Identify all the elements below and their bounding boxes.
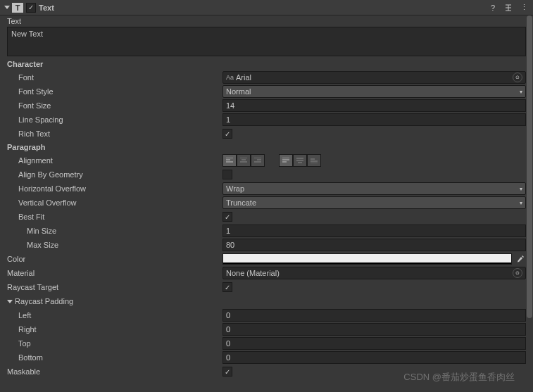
preset-icon[interactable]: [503, 3, 513, 13]
fontstyle-label: Font Style: [7, 87, 222, 96]
fontsize-field[interactable]: [222, 99, 526, 112]
paragraph-heading: Paragraph: [7, 141, 526, 153]
watermark: CSDN @番茄炒蛋鱼香肉丝: [403, 371, 515, 384]
alignment-label: Alignment: [7, 156, 222, 165]
padding-right-label: Right: [7, 325, 222, 334]
richtext-checkbox[interactable]: [222, 129, 232, 139]
color-field[interactable]: [222, 253, 512, 265]
maskable-checkbox[interactable]: [222, 367, 232, 377]
raycast-padding-foldout[interactable]: Raycast Padding: [7, 294, 526, 308]
align-middle-button[interactable]: [293, 154, 307, 167]
raycast-label: Raycast Target: [7, 283, 222, 291]
padding-left-field[interactable]: [222, 309, 526, 322]
component-enabled-checkbox[interactable]: [26, 3, 36, 13]
padding-bottom-field[interactable]: [222, 351, 526, 364]
align-left-button[interactable]: [222, 154, 237, 167]
padding-top-field[interactable]: [222, 337, 526, 350]
text-component-icon: T: [12, 3, 23, 13]
bestfit-label: Best Fit: [7, 213, 222, 221]
align-center-button[interactable]: [237, 154, 251, 167]
aligngeom-checkbox[interactable]: [222, 170, 232, 179]
padding-left-label: Left: [7, 311, 222, 320]
inspector-body: Text New Text Character Font AaArial⊙ Fo…: [0, 15, 533, 379]
eyedropper-icon[interactable]: [515, 253, 526, 265]
font-field[interactable]: AaArial⊙: [222, 71, 526, 84]
padding-top-label: Top: [7, 339, 222, 348]
hoverflow-dropdown[interactable]: Wrap▾: [222, 182, 526, 195]
richtext-label: Rich Text: [7, 129, 222, 138]
minsize-field[interactable]: [222, 225, 526, 237]
maxsize-field[interactable]: [222, 239, 526, 251]
raycast-padding-label: Raycast Padding: [15, 297, 73, 305]
fontstyle-dropdown[interactable]: Normal▾: [222, 85, 526, 98]
vertical-align-group: [279, 154, 321, 167]
hoverflow-label: Horizontal Overflow: [7, 184, 222, 193]
object-picker-icon[interactable]: ⊙: [513, 72, 522, 82]
padding-right-field[interactable]: [222, 323, 526, 336]
font-prefix-icon: Aa: [226, 74, 234, 81]
dropdown-arrow-icon: ▾: [520, 200, 522, 206]
scrollbar[interactable]: [526, 15, 533, 392]
padding-bottom-label: Bottom: [7, 353, 222, 362]
aligngeom-label: Align By Geometry: [7, 170, 222, 179]
character-heading: Character: [7, 58, 526, 70]
bestfit-checkbox[interactable]: [222, 212, 232, 222]
text-label: Text: [7, 15, 526, 27]
maskable-label: Maskable: [7, 367, 222, 376]
raycast-checkbox[interactable]: [222, 282, 232, 292]
menu-icon[interactable]: ⋮: [519, 3, 529, 13]
material-field[interactable]: None (Material)⊙: [222, 267, 526, 279]
fontsize-label: Font Size: [7, 101, 222, 110]
horizontal-align-group: [222, 154, 265, 167]
color-label: Color: [7, 255, 222, 263]
maxsize-label: Max Size: [7, 241, 222, 249]
font-label: Font: [7, 73, 222, 82]
foldout-icon: [7, 300, 13, 303]
material-label: Material: [7, 269, 222, 277]
scrollbar-thumb[interactable]: [527, 15, 532, 318]
component-title: Text: [39, 4, 488, 12]
align-bottom-button[interactable]: [307, 154, 321, 167]
voverflow-dropdown[interactable]: Truncate▾: [222, 196, 526, 209]
align-right-button[interactable]: [251, 154, 265, 167]
voverflow-label: Vertical Overflow: [7, 198, 222, 207]
text-field[interactable]: New Text: [7, 27, 526, 56]
minsize-label: Min Size: [7, 227, 222, 235]
dropdown-arrow-icon: ▾: [520, 89, 522, 95]
object-picker-icon[interactable]: ⊙: [513, 268, 522, 278]
dropdown-arrow-icon: ▾: [520, 186, 522, 192]
linespacing-label: Line Spacing: [7, 115, 222, 124]
align-top-button[interactable]: [279, 154, 293, 167]
component-header: T Text ? ⋮: [0, 0, 533, 15]
help-icon[interactable]: ?: [488, 3, 498, 13]
linespacing-field[interactable]: [222, 113, 526, 126]
foldout-icon[interactable]: [4, 6, 10, 9]
